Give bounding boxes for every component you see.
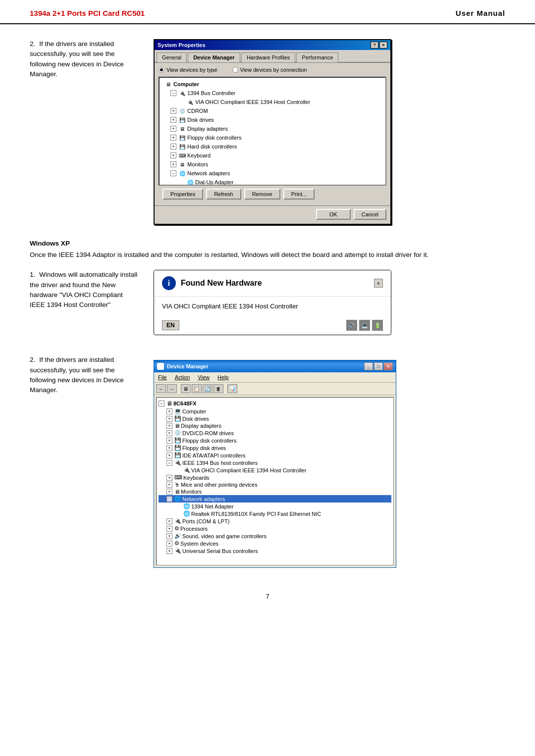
step-text-1: If the drivers are installed successfull…: [30, 40, 124, 78]
menu-file[interactable]: File: [156, 373, 169, 381]
xp-tree-item: + ⚙ Processors: [159, 525, 391, 532]
xp-step1-desc: Windows will automatically install the d…: [30, 271, 137, 308]
print-button[interactable]: Print...: [283, 189, 315, 200]
menu-action[interactable]: Action: [173, 373, 192, 381]
expand-btn[interactable]: −: [159, 401, 164, 406]
help-button[interactable]: ?: [371, 42, 378, 49]
ok-button[interactable]: OK: [316, 209, 351, 220]
expand-btn[interactable]: +: [166, 518, 172, 524]
remove-button[interactable]: Remove: [244, 189, 280, 200]
found-hw-close-button[interactable]: ×: [374, 279, 383, 288]
refresh-button[interactable]: Refresh: [206, 189, 241, 200]
page-number: 7: [266, 593, 269, 600]
expand-btn[interactable]: +: [166, 533, 172, 539]
expand-btn[interactable]: +: [170, 135, 176, 141]
menu-help[interactable]: Help: [215, 373, 231, 381]
expand-btn[interactable]: +: [166, 482, 172, 488]
expand-btn[interactable]: +: [166, 548, 172, 554]
winxp-minimize[interactable]: _: [364, 362, 373, 370]
expand-btn[interactable]: +: [166, 489, 172, 495]
xp-tree-item: + 💾 Disk drives: [159, 415, 391, 422]
monitors-icon: 🖥: [178, 160, 186, 168]
windows-xp-desc: Once the IEEE 1394 Adaptor is installed …: [30, 250, 505, 260]
xp-tree-item: + 💾 Floppy disk controllers: [159, 437, 391, 444]
expand-btn[interactable]: +: [170, 152, 176, 158]
processors-icon: ⚙: [174, 525, 179, 532]
expand-btn[interactable]: +: [170, 108, 176, 114]
tree-item: + 💾 Disk drives: [161, 115, 383, 124]
section-xp-step2: 2. If the drivers are installed successf…: [30, 355, 505, 568]
expand-btn[interactable]: +: [170, 161, 176, 167]
toolbar-back[interactable]: ←: [156, 384, 166, 393]
xp-tree-item: − 🖥 8C648FX: [159, 400, 391, 407]
found-hw-info-icon: i: [162, 276, 176, 290]
winxp-title: Device Manager: [167, 363, 209, 369]
radio-by-connection[interactable]: View devices by connection: [232, 67, 307, 73]
xp-step1-text: 1. Windows will automatically install th…: [30, 270, 139, 310]
sound2-icon: 🔊: [174, 533, 181, 539]
expand-btn[interactable]: +: [166, 526, 172, 532]
tab-performance[interactable]: Performance: [296, 52, 338, 62]
toolbar-update[interactable]: 🔄: [203, 384, 213, 393]
expand-btn[interactable]: −: [170, 90, 176, 96]
expand-btn[interactable]: −: [166, 460, 172, 466]
close-button[interactable]: ×: [379, 42, 387, 49]
expand-btn[interactable]: +: [166, 438, 172, 444]
radio-by-type[interactable]: View devices by type: [159, 67, 217, 73]
expand-btn[interactable]: +: [166, 430, 172, 436]
taskbar-icon-3: 🔋: [372, 320, 383, 331]
expand-btn[interactable]: −: [166, 496, 172, 502]
winxp-maximize[interactable]: □: [374, 362, 383, 370]
ide-icon: 💾: [174, 452, 181, 458]
en-badge: EN: [162, 320, 179, 330]
xp-tree-item: + ⌨ Keyboards: [159, 474, 391, 481]
radio-by-type-circle: [159, 67, 164, 73]
found-hw-title: Found New Hardware: [181, 279, 262, 288]
xp-tree-item: + 🔊 Sound, video and game controllers: [159, 532, 391, 540]
xp-tree-item: − 🔌 IEEE 1394 Bus host controllers: [159, 459, 391, 466]
expand-btn[interactable]: +: [166, 416, 172, 422]
expand-btn[interactable]: +: [170, 144, 176, 150]
tab-device-manager[interactable]: Device Manager: [188, 52, 240, 62]
section-win98: 2. If the drivers are installed successf…: [30, 39, 505, 225]
ieee1394-icon: 🔌: [174, 459, 181, 466]
xp-tree-item: + 🔌 Ports (COM & LPT): [159, 517, 391, 525]
expand-btn[interactable]: +: [170, 117, 176, 123]
floppy-ctrl-icon: 💾: [178, 134, 186, 142]
toolbar-properties[interactable]: 📋: [192, 384, 202, 393]
taskbar-icon-2: 💻: [359, 320, 370, 331]
winxp-device-tree[interactable]: − 🖥 8C648FX + 💻 Computer +: [156, 397, 394, 565]
properties-button[interactable]: Properties: [162, 189, 203, 200]
expand-btn[interactable]: +: [166, 453, 172, 458]
device-tree-win98[interactable]: 🖥 Computer − 🔌 1394 Bus Controller 🔌: [159, 77, 386, 186]
toolbar-forward[interactable]: →: [167, 384, 177, 393]
xp-tree-item: 🔌 VIA OHCI Compliant IEEE 1394 Host Cont…: [159, 466, 391, 474]
network-icon: 🌐: [178, 169, 186, 177]
expand-btn[interactable]: −: [170, 170, 176, 176]
cancel-button[interactable]: Cancel: [354, 209, 386, 220]
1394-net-icon: 🌐: [183, 503, 190, 509]
toolbar-computer[interactable]: 🖥: [181, 384, 191, 393]
dialup-icon: 🌐: [186, 178, 194, 186]
expand-btn[interactable]: +: [166, 475, 172, 481]
radio-by-type-label: View devices by type: [166, 67, 217, 73]
taskbar-icon-1: 🔊: [346, 320, 357, 331]
toolbar-uninstall[interactable]: 🗑: [214, 384, 223, 393]
winxp-close[interactable]: ×: [384, 362, 393, 370]
expand-btn[interactable]: +: [166, 408, 172, 414]
expand-btn[interactable]: +: [170, 126, 176, 132]
dialog-body: View devices by type View devices by con…: [155, 63, 390, 205]
computer-icon: 💻: [174, 408, 181, 414]
via-ohci-icon: 🔌: [183, 467, 190, 473]
expand-btn[interactable]: +: [166, 445, 172, 451]
found-hw-screenshot: i Found New Hardware × VIA OHCI Complian…: [154, 270, 505, 340]
windows-xp-section: Windows XP Once the IEEE 1394 Adaptor is…: [30, 240, 505, 568]
tab-hardware-profiles[interactable]: Hardware Profiles: [241, 52, 295, 62]
tab-general[interactable]: General: [157, 52, 187, 62]
found-hw-body: VIA OHCI Compliant IEEE 1394 Host Contro…: [154, 297, 391, 316]
expand-btn[interactable]: +: [166, 541, 172, 547]
toolbar-resources[interactable]: 📊: [227, 384, 237, 393]
expand-btn[interactable]: +: [166, 423, 172, 429]
menu-view[interactable]: View: [196, 373, 212, 381]
floppy-drive-icon: 💾: [174, 445, 181, 451]
